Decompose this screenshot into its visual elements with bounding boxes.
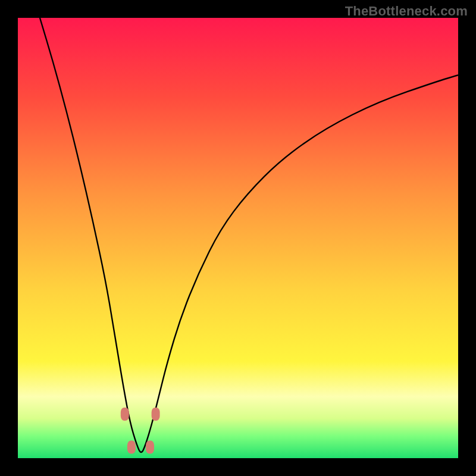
watermark-text: TheBottleneck.com: [345, 4, 468, 18]
chart-frame: TheBottleneck.com: [0, 0, 476, 476]
curve-marker: [152, 408, 160, 421]
curve-marker: [127, 441, 136, 454]
plot-area: [18, 18, 458, 458]
bottleneck-curve: [18, 18, 458, 458]
curve-marker: [121, 408, 129, 421]
watermark: TheBottleneck.com: [345, 4, 468, 19]
curve-marker: [146, 441, 154, 454]
